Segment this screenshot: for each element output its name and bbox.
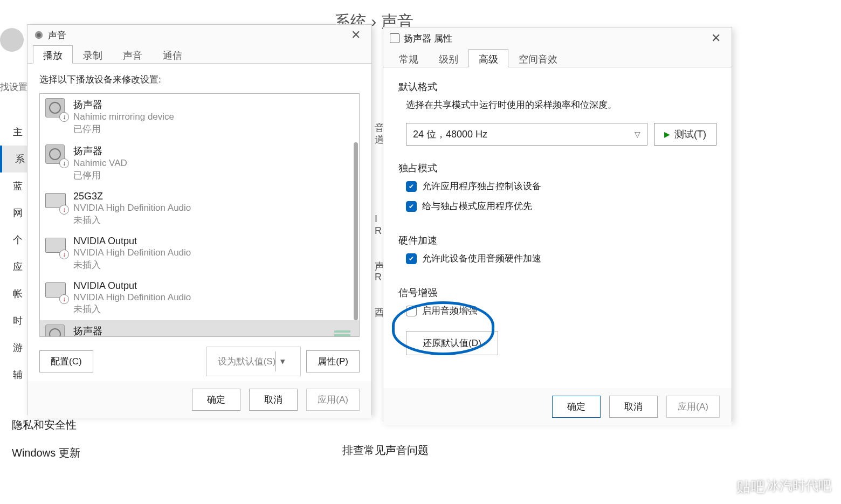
user-avatar <box>0 28 24 52</box>
device-item[interactable]: NVIDIA Output NVIDIA High Definition Aud… <box>40 276 359 321</box>
nav-item[interactable]: 时 <box>0 307 27 334</box>
device-sub: NVIDIA High Definition Audio <box>73 247 354 259</box>
prop-tabs: 常规 级别 高级 空间音效 <box>383 49 732 67</box>
tab-comm[interactable]: 通信 <box>153 45 192 64</box>
checkbox-hw-accel[interactable]: 允许此设备使用音频硬件加速 <box>406 252 716 265</box>
close-icon[interactable]: ✕ <box>707 31 725 45</box>
tab-record[interactable]: 录制 <box>73 45 113 64</box>
monitor-icon <box>45 280 67 302</box>
device-name: 25G3Z <box>73 191 354 202</box>
checkbox-label: 启用音频增强 <box>422 305 477 317</box>
nav-item[interactable]: 辅 <box>0 361 27 388</box>
watermark-text: 冰汽时代吧 <box>767 477 831 494</box>
checkbox-icon <box>406 253 417 264</box>
nav-item[interactable]: 系 <box>0 146 27 172</box>
sound-dialog-title: 声音 <box>48 29 347 42</box>
device-item[interactable]: 扬声器 Nahimic VAD 已停用 <box>40 140 359 187</box>
checkbox-label: 允许此设备使用音频硬件加速 <box>422 252 541 265</box>
nav-item[interactable]: 帐 <box>0 280 27 307</box>
device-sub: Nahimic VAD <box>73 157 354 170</box>
tab-playback[interactable]: 播放 <box>33 45 73 64</box>
device-name: NVIDIA Output <box>73 236 354 247</box>
device-list[interactable]: 扬声器 Nahimic mirroring device 已停用 扬声器 Nah… <box>39 93 360 337</box>
tab-advanced[interactable]: 高级 <box>468 49 508 67</box>
nav-item[interactable]: 应 <box>0 253 27 280</box>
close-icon[interactable]: ✕ <box>347 28 365 42</box>
device-item[interactable]: 扬声器 Realtek(R) Audio 默认设备 <box>40 320 359 337</box>
properties-button[interactable]: 属性(P) <box>306 350 360 372</box>
tab-general[interactable]: 常规 <box>389 49 429 67</box>
bg-hint: I <box>375 213 377 225</box>
speaker-icon <box>45 144 67 166</box>
device-sub: NVIDIA High Definition Audio <box>73 202 354 215</box>
nav-item[interactable]: 游 <box>0 334 27 361</box>
sound-icon <box>34 30 44 40</box>
svg-point-1 <box>37 33 40 37</box>
tab-levels[interactable]: 级别 <box>429 49 468 67</box>
checkbox-label: 给与独占模式应用程序优先 <box>422 200 532 212</box>
hw-accel-label: 硬件加速 <box>398 234 716 247</box>
restore-defaults-button[interactable]: 还原默认值(D) <box>406 331 498 355</box>
sound-dialog: 声音 ✕ 播放 录制 声音 通信 选择以下播放设备来修改设置: 扬声器 Nahi… <box>27 24 372 415</box>
format-select[interactable]: 24 位，48000 Hz ▽ <box>406 123 647 146</box>
default-format-desc: 选择在共享模式中运行时使用的采样频率和位深度。 <box>406 99 716 111</box>
test-button[interactable]: ▶ 测试(T) <box>654 123 716 146</box>
device-name: NVIDIA Output <box>73 280 354 292</box>
device-status: 未插入 <box>73 259 354 272</box>
configure-button[interactable]: 配置(C) <box>39 350 93 372</box>
prop-dialog-title: 扬声器 属性 <box>404 32 707 45</box>
apply-button[interactable]: 应用(A) <box>666 396 720 418</box>
scrollbar[interactable] <box>354 142 358 320</box>
checkbox-exclusive-priority[interactable]: 给与独占模式应用程序优先 <box>406 200 716 212</box>
speaker-icon <box>45 325 67 337</box>
cancel-button[interactable]: 取消 <box>609 396 658 418</box>
nav-privacy[interactable]: 隐私和安全性 <box>12 418 77 432</box>
exclusive-mode-label: 独占模式 <box>398 162 716 175</box>
sound-tabs: 播放 录制 声音 通信 <box>27 45 371 64</box>
instruction-text: 选择以下播放设备来修改设置: <box>39 73 360 86</box>
search-input[interactable]: 找设置 <box>0 81 27 93</box>
play-icon: ▶ <box>664 130 670 139</box>
checkbox-icon <box>406 306 417 316</box>
troubleshoot-label: 排查常见声音问题 <box>342 443 429 458</box>
device-name: 扬声器 <box>73 144 354 157</box>
bg-hint: R <box>375 272 382 283</box>
ok-button[interactable]: 确定 <box>552 396 601 418</box>
nav-item[interactable]: 蓝 <box>0 172 27 199</box>
nav-item[interactable]: 主 <box>0 119 27 146</box>
settings-nav: 主 系 蓝 网 个 应 帐 时 游 辅 <box>0 119 27 388</box>
device-item[interactable]: 扬声器 Nahimic mirroring device 已停用 <box>40 94 359 140</box>
device-item[interactable]: NVIDIA Output NVIDIA High Definition Aud… <box>40 231 359 276</box>
device-item[interactable]: 25G3Z NVIDIA High Definition Audio 未插入 <box>40 187 359 231</box>
set-default-label: 设为默认值(S) <box>218 355 276 368</box>
nav-item[interactable]: 网 <box>0 199 27 226</box>
level-meter-icon <box>334 325 350 337</box>
ok-button[interactable]: 确定 <box>192 389 240 411</box>
checkbox-exclusive-control[interactable]: 允许应用程序独占控制该设备 <box>406 180 716 192</box>
signal-enhance-label: 信号增强 <box>398 286 716 299</box>
device-sub: NVIDIA High Definition Audio <box>73 292 354 304</box>
default-format-label: 默认格式 <box>398 80 716 93</box>
tab-spatial[interactable]: 空间音效 <box>508 49 568 67</box>
device-status: 已停用 <box>73 123 354 136</box>
watermark-logo: 贴吧 <box>736 478 766 496</box>
bg-hint: R <box>375 225 382 237</box>
apply-button[interactable]: 应用(A) <box>306 389 360 411</box>
monitor-icon <box>45 236 67 257</box>
nav-windows-update[interactable]: Windows 更新 <box>12 446 80 460</box>
chevron-down-icon: ▽ <box>635 130 640 139</box>
monitor-icon <box>45 191 67 212</box>
checkbox-audio-enhance[interactable]: 启用音频增强 <box>406 305 716 317</box>
set-default-button[interactable]: 设为默认值(S) ▾ <box>206 347 301 376</box>
nav-item[interactable]: 个 <box>0 226 27 253</box>
device-name: 扬声器 <box>73 98 354 111</box>
cancel-button[interactable]: 取消 <box>249 389 298 411</box>
speaker-icon <box>390 33 399 43</box>
device-sub: Nahimic mirroring device <box>73 111 354 123</box>
checkbox-label: 允许应用程序独占控制该设备 <box>422 180 541 192</box>
chevron-down-icon[interactable]: ▾ <box>275 351 289 371</box>
checkbox-icon <box>406 181 417 192</box>
device-name: 扬声器 <box>73 325 334 337</box>
checkbox-icon <box>406 201 417 212</box>
tab-sound[interactable]: 声音 <box>113 45 153 64</box>
